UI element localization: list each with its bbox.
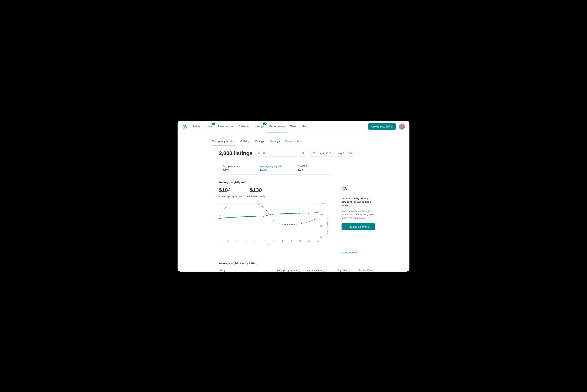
svg-point-23: [227, 217, 228, 218]
stat-avg-rate: $104: [219, 187, 231, 193]
help-icon[interactable]: ?: [247, 180, 250, 183]
inbox-badge: 2: [212, 122, 215, 125]
svg-point-26: [254, 216, 255, 217]
avatar[interactable]: [399, 124, 405, 130]
tip-title: Lift demand by adding a discount for low…: [342, 197, 375, 207]
svg-point-5: [303, 153, 303, 153]
svg-point-28: [272, 214, 273, 215]
nav-reservations[interactable]: Reservations: [215, 120, 236, 132]
top-nav: Home Inbox2 Reservations Calendar Listin…: [191, 120, 368, 132]
give-feedback-link[interactable]: Give feedback: [342, 251, 375, 254]
arrow-right-icon: [333, 152, 336, 154]
svg-text:5: 5: [254, 240, 256, 242]
svg-text:May: May: [267, 244, 270, 246]
help-icon[interactable]: ?: [372, 269, 375, 272]
svg-line-49: [342, 187, 343, 187]
chart-title: Average nightly rate: [219, 180, 246, 184]
svg-point-27: [263, 216, 264, 217]
line-chart: $100 $66 $33 $0 Average nightly rate 123…: [219, 202, 335, 247]
svg-text:$33: $33: [320, 225, 324, 227]
svg-text:10: 10: [299, 240, 302, 242]
svg-text:12: 12: [317, 240, 320, 242]
search-icon: [258, 152, 261, 154]
svg-text:2: 2: [227, 240, 228, 242]
nav-home[interactable]: Home: [191, 120, 203, 132]
page-title: 2,000 listings: [219, 150, 252, 156]
svg-point-24: [236, 216, 237, 218]
svg-line-1: [260, 154, 260, 154]
listings-badge: 10: [262, 122, 266, 125]
svg-text:11: 11: [308, 240, 311, 242]
nav-help[interactable]: Help: [300, 120, 310, 132]
nav-performance[interactable]: Performance: [267, 120, 287, 132]
svg-point-33: [317, 212, 318, 213]
calendar-icon: [313, 152, 316, 154]
subtab-opportunities[interactable]: Opportunities: [285, 140, 301, 146]
svg-text:7: 7: [273, 240, 274, 242]
nav-inbox[interactable]: Inbox2: [203, 120, 214, 132]
svg-text:$100: $100: [320, 202, 325, 204]
svg-point-22: [219, 218, 219, 219]
svg-point-32: [308, 212, 309, 214]
metric-occupancy[interactable]: Occupancy rate 68%: [219, 162, 257, 175]
svg-rect-8: [313, 152, 315, 154]
svg-point-30: [290, 213, 291, 214]
add-offers-button[interactable]: Add special offers: [342, 223, 375, 230]
subtab-occupancy[interactable]: Occupancy & rates: [212, 140, 234, 146]
subtab-earnings[interactable]: Earnings: [269, 140, 280, 146]
svg-text:Average nightly rate: Average nightly rate: [326, 217, 328, 234]
svg-point-29: [281, 213, 282, 214]
svg-text:3: 3: [236, 240, 238, 242]
nav-team[interactable]: Team: [288, 120, 299, 132]
subtab-visibility[interactable]: Visibility: [240, 140, 249, 146]
svg-line-50: [347, 187, 347, 187]
svg-point-31: [299, 213, 301, 214]
tip-body: Market data shows that XX of your listin…: [342, 210, 375, 220]
legend-median: Market median: [247, 195, 266, 198]
subtab-ratings[interactable]: Ratings: [255, 140, 264, 146]
sliders-icon: [302, 152, 305, 154]
svg-text:9: 9: [291, 240, 292, 242]
stat-median: $130: [250, 187, 262, 193]
create-listing-button[interactable]: Create new listing: [368, 123, 396, 130]
help-icon[interactable]: ?: [323, 269, 325, 272]
nav-listings[interactable]: Listings10: [252, 120, 266, 132]
table-header: Listing Average nightly rate? Market med…: [219, 269, 375, 272]
help-icon[interactable]: ?: [348, 269, 350, 272]
date-range-picker[interactable]: May 1, 2018 May 31, 2018: [310, 150, 355, 156]
svg-text:1: 1: [219, 240, 219, 242]
metric-revpar[interactable]: RevPAR $77: [294, 162, 332, 175]
svg-point-6: [303, 154, 304, 154]
airbnb-logo-icon[interactable]: [182, 124, 187, 130]
help-icon[interactable]: ?: [298, 269, 301, 272]
svg-point-25: [245, 216, 246, 217]
svg-text:$66: $66: [320, 214, 324, 216]
svg-text:8: 8: [282, 240, 283, 242]
svg-point-0: [258, 152, 260, 154]
svg-text:4: 4: [245, 240, 247, 242]
metric-avg-nightly[interactable]: Average nightly rate $104: [256, 162, 295, 175]
listing-filter[interactable]: All: [256, 150, 307, 156]
sub-tabs: Occupancy & rates Visibility Ratings Ear…: [212, 140, 375, 146]
svg-text:6: 6: [264, 240, 265, 242]
table-title: Average night rate by listing: [219, 262, 375, 265]
svg-text:$0: $0: [320, 236, 323, 238]
legend-avg: Average nightly rate: [219, 195, 242, 198]
svg-point-7: [304, 153, 305, 153]
nav-calendar[interactable]: Calendar: [236, 120, 252, 132]
lightbulb-icon: [342, 186, 348, 192]
